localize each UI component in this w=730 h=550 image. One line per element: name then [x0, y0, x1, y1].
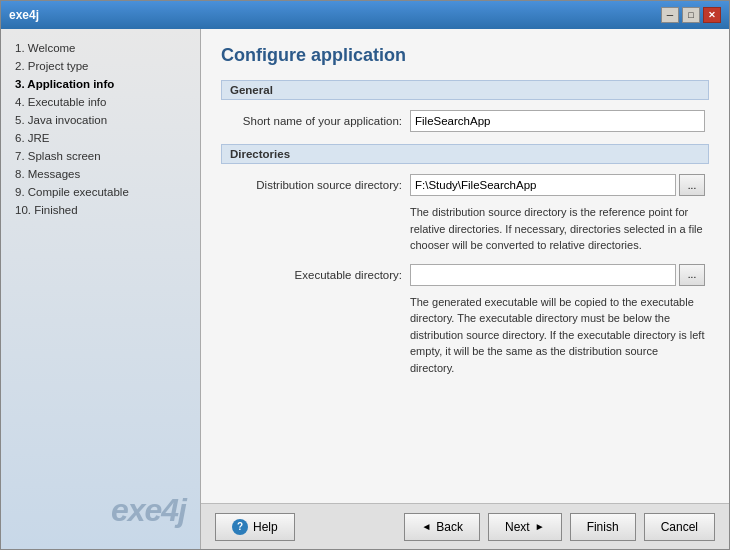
general-section-header: General: [221, 80, 709, 100]
directories-section-header: Directories: [221, 144, 709, 164]
short-name-label: Short name of your application:: [225, 115, 410, 127]
sidebar-item-jre[interactable]: 6. JRE: [1, 129, 200, 147]
exec-dir-input[interactable]: [410, 264, 676, 286]
sidebar-logo: exe4j: [1, 482, 200, 539]
main-window: exe4j ─ □ ✕ 1. Welcome 2. Project type 3…: [0, 0, 730, 550]
dist-source-label: Distribution source directory:: [225, 179, 410, 191]
sidebar-item-application-info[interactable]: 3. Application info: [1, 75, 200, 93]
main-panel: Configure application General Short name…: [201, 29, 729, 549]
back-button[interactable]: ◄ Back: [404, 513, 480, 541]
exec-dir-info: The generated executable will be copied …: [406, 294, 709, 377]
cancel-button[interactable]: Cancel: [644, 513, 715, 541]
window-title: exe4j: [9, 8, 39, 22]
dist-source-input[interactable]: [410, 174, 676, 196]
sidebar-item-project-type[interactable]: 2. Project type: [1, 57, 200, 75]
help-icon: ?: [232, 519, 248, 535]
bottom-bar: ? Help ◄ Back Next ► Finish Cancel: [201, 503, 729, 549]
dist-source-input-group: ...: [410, 174, 705, 196]
sidebar-item-java-invocation[interactable]: 5. Java invocation: [1, 111, 200, 129]
title-bar-buttons: ─ □ ✕: [661, 7, 721, 23]
close-button[interactable]: ✕: [703, 7, 721, 23]
main-content: Configure application General Short name…: [201, 29, 729, 503]
sidebar: 1. Welcome 2. Project type 3. Applicatio…: [1, 29, 201, 549]
finish-button[interactable]: Finish: [570, 513, 636, 541]
sidebar-item-finished[interactable]: 10. Finished: [1, 201, 200, 219]
exec-dir-label: Executable directory:: [225, 269, 410, 281]
sidebar-item-splash-screen[interactable]: 7. Splash screen: [1, 147, 200, 165]
sidebar-item-messages[interactable]: 8. Messages: [1, 165, 200, 183]
short-name-row: Short name of your application:: [221, 110, 709, 132]
content-area: 1. Welcome 2. Project type 3. Applicatio…: [1, 29, 729, 549]
short-name-input[interactable]: [410, 110, 705, 132]
exec-dir-row: Executable directory: ...: [221, 264, 709, 286]
dist-source-browse-button[interactable]: ...: [679, 174, 705, 196]
dist-source-info: The distribution source directory is the…: [406, 204, 709, 254]
next-arrow-icon: ►: [535, 521, 545, 532]
exec-dir-input-group: ...: [410, 264, 705, 286]
general-section: General Short name of your application:: [221, 80, 709, 132]
sidebar-item-executable-info[interactable]: 4. Executable info: [1, 93, 200, 111]
back-arrow-icon: ◄: [421, 521, 431, 532]
minimize-button[interactable]: ─: [661, 7, 679, 23]
directories-section: Directories Distribution source director…: [221, 144, 709, 376]
sidebar-item-welcome[interactable]: 1. Welcome: [1, 39, 200, 57]
title-bar: exe4j ─ □ ✕: [1, 1, 729, 29]
page-title: Configure application: [221, 45, 709, 66]
sidebar-item-compile-executable[interactable]: 9. Compile executable: [1, 183, 200, 201]
dist-source-row: Distribution source directory: ...: [221, 174, 709, 196]
exec-dir-browse-button[interactable]: ...: [679, 264, 705, 286]
maximize-button[interactable]: □: [682, 7, 700, 23]
help-button[interactable]: ? Help: [215, 513, 295, 541]
next-button[interactable]: Next ►: [488, 513, 562, 541]
